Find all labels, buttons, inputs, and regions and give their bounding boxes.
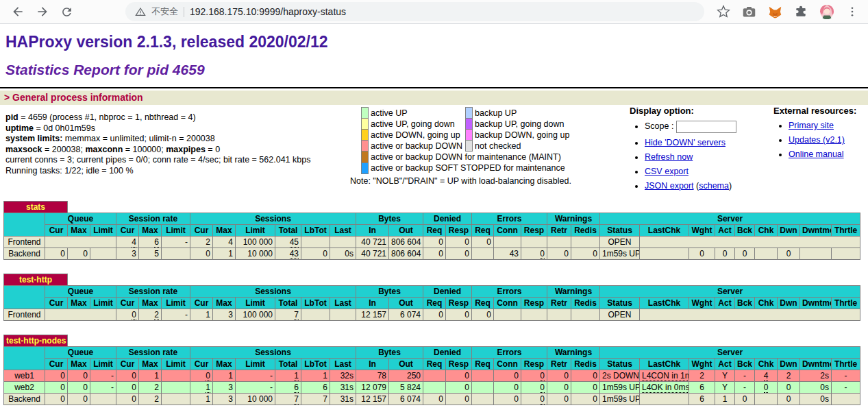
- profile-avatar[interactable]: [819, 4, 834, 19]
- column-group-queue: Queue: [45, 347, 116, 359]
- column-rate-cur: Cur: [116, 359, 139, 370]
- column-wretr: Retr: [547, 298, 571, 309]
- column-wght: Wght: [689, 298, 715, 309]
- address-bar[interactable]: 不安全 192.168.175.10:9999/haproxy-status: [125, 2, 704, 21]
- cell-rate-cur: 0: [116, 309, 139, 321]
- proxy-name[interactable]: stats: [4, 202, 68, 213]
- cell-rate-max: 1: [139, 370, 162, 382]
- list-item: Updates (v2.1): [789, 135, 856, 145]
- forward-icon[interactable]: [36, 5, 49, 19]
- menu-dots-icon[interactable]: [846, 5, 858, 18]
- page-title[interactable]: HAProxy version 2.1.3, released 2020/02/…: [5, 33, 868, 51]
- refresh-now-link[interactable]: Refresh now: [645, 152, 693, 162]
- column-group-errors: Errors: [472, 286, 547, 298]
- cell-lastchk: [640, 248, 689, 260]
- back-icon[interactable]: [11, 5, 25, 19]
- corner-header: [4, 347, 45, 370]
- cell-dresp: 0: [446, 248, 472, 260]
- legend-swatch-active-down-going-up: [362, 130, 369, 141]
- cell-lastchk: [640, 309, 860, 321]
- table-row-backend: Backend00350110 0004300s40 721806 604004…: [4, 248, 860, 260]
- cell-dreq: 0: [423, 237, 446, 248]
- not-secure-warning-icon[interactable]: [135, 6, 146, 17]
- cell-scur: 0: [190, 370, 213, 382]
- column-rate-cur: Cur: [116, 225, 139, 237]
- column-chk: Chk: [755, 359, 778, 370]
- camera-extension-icon[interactable]: [742, 5, 756, 19]
- proxy-name[interactable]: test-http: [4, 274, 68, 286]
- row-name: web2: [4, 382, 45, 394]
- column-dwntme: Dwntme: [800, 225, 832, 237]
- cell-ereq: 0: [472, 309, 494, 321]
- list-item: JSON export (schema): [645, 181, 736, 191]
- updates-link[interactable]: Updates (v2.1): [789, 135, 845, 145]
- cell-wredis: 0: [571, 370, 600, 382]
- cell-stot: 7: [275, 394, 301, 405]
- cell-eresp: 0: [521, 248, 547, 260]
- cell-act: 1: [715, 394, 735, 405]
- column-econ: Conn: [494, 225, 521, 237]
- cell-dresp: 0: [446, 382, 472, 394]
- cell-last: 31s: [330, 382, 356, 394]
- reload-icon[interactable]: [60, 5, 73, 19]
- column-status: Status: [600, 225, 640, 237]
- column-group-server: Server: [600, 286, 860, 298]
- cell-ereq: 0: [472, 237, 494, 248]
- security-label[interactable]: 不安全: [151, 5, 178, 18]
- cell-bytes-out: 806 604: [389, 237, 423, 248]
- extensions-puzzle-icon[interactable]: [794, 5, 808, 19]
- column-group-errors: Errors: [472, 213, 547, 225]
- cell-qmax: 0: [68, 248, 90, 260]
- column-group-bytes: Bytes: [356, 286, 423, 298]
- cell-slim: -: [236, 370, 275, 382]
- cell-qlim: [90, 248, 116, 260]
- column-group-session-rate: Session rate: [116, 213, 190, 225]
- section-heading: > General process information: [0, 91, 868, 105]
- column-bytes-in: In: [356, 298, 389, 309]
- cell-lbtot: [301, 309, 330, 321]
- csv-export-link[interactable]: CSV export: [645, 167, 689, 176]
- column-dwn: Dwn: [778, 225, 800, 237]
- cell-act: 0: [715, 248, 735, 260]
- online-manual-link[interactable]: Online manual: [789, 149, 844, 159]
- column-group-server: Server: [600, 347, 860, 359]
- column-eresp: Resp: [521, 225, 547, 237]
- cell-lastchk: L4CON in 1ms: [640, 370, 689, 382]
- column-smax: Max: [213, 225, 236, 237]
- cell-last: 0s: [330, 248, 356, 260]
- cell-smax: 4: [213, 237, 236, 248]
- column-dreq: Req: [423, 225, 446, 237]
- url-text[interactable]: 192.168.175.10:9999/haproxy-status: [190, 6, 346, 17]
- column-dresp: Resp: [446, 298, 472, 309]
- cell-dwntme: 0s: [800, 394, 832, 405]
- cell-econ: 43: [494, 248, 521, 260]
- cell-qlim: -: [90, 382, 116, 394]
- table-row-web1: web100-0101-1132s78250000002s DOWNL4CON …: [4, 370, 860, 382]
- bookmark-star-icon[interactable]: [717, 5, 730, 19]
- cell-lbtot: 7: [301, 394, 330, 405]
- column-lbtot: LbTot: [301, 359, 330, 370]
- column-group-queue: Queue: [45, 286, 116, 298]
- primary-site-link[interactable]: Primary site: [789, 121, 834, 130]
- cell-qmax: 0: [68, 394, 90, 405]
- process-info-line: pid = 4659 (process #1, nbproc = 1, nbth…: [5, 112, 310, 123]
- proxy-name[interactable]: test-http-nodes: [4, 335, 68, 347]
- cell-dwn: 2: [778, 370, 800, 382]
- column-ereq: Req: [472, 298, 494, 309]
- column-last: Last: [330, 298, 356, 309]
- cell-lbtot: [301, 237, 330, 248]
- column-qmax: Max: [68, 225, 90, 237]
- column-eresp: Resp: [521, 298, 547, 309]
- json-export-link[interactable]: JSON export: [645, 181, 694, 191]
- metamask-fox-icon[interactable]: [768, 5, 782, 19]
- cell-thrtle: -: [832, 370, 860, 382]
- cell-econ: [494, 237, 521, 248]
- hide-down-servers-link[interactable]: Hide 'DOWN' servers: [645, 138, 726, 147]
- text-segment: pid: [5, 112, 18, 122]
- cell-last: 31s: [330, 394, 356, 405]
- json-schema-link[interactable]: schema: [699, 181, 729, 191]
- column-smax: Max: [213, 298, 236, 309]
- scope-input[interactable]: [676, 121, 736, 133]
- column-rate-max: Max: [139, 225, 162, 237]
- column-rate-max: Max: [139, 298, 162, 309]
